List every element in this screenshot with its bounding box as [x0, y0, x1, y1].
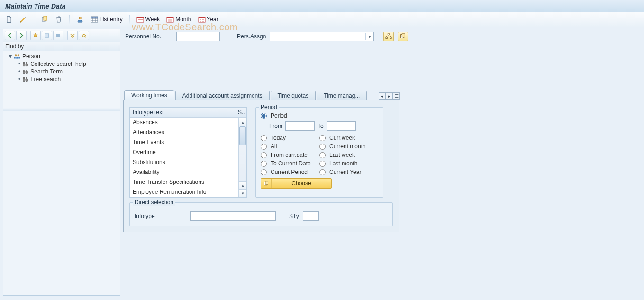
- radio-current-year-label[interactable]: Current Year: [329, 169, 378, 175]
- app-toolbar: List entry Week Month Year: [0, 12, 644, 27]
- svg-rect-34: [388, 34, 390, 35]
- scroll-down-button[interactable]: ▾: [239, 189, 246, 197]
- tree-node-collective-search[interactable]: • Collective search help: [6, 60, 119, 68]
- forward-button[interactable]: [16, 31, 27, 40]
- radio-current-month-label[interactable]: Current month: [329, 143, 378, 150]
- infotype-input[interactable]: [190, 211, 276, 221]
- tab-list-button[interactable]: ☰: [393, 92, 400, 100]
- table-row[interactable]: Overtime: [130, 147, 246, 157]
- radio-all-label[interactable]: All: [271, 143, 319, 150]
- to-input[interactable]: [327, 121, 356, 131]
- radio-today[interactable]: [261, 135, 267, 141]
- radio-last-week-label[interactable]: Last week: [329, 152, 378, 158]
- choose-label: Choose: [272, 180, 331, 187]
- scroll-thumb[interactable]: [239, 126, 246, 145]
- copy-button[interactable]: [39, 14, 50, 25]
- choose-button[interactable]: Choose: [261, 178, 332, 189]
- arrow-left-icon: [7, 33, 13, 38]
- scroll-line-up-button[interactable]: ▴: [239, 181, 246, 189]
- table-row[interactable]: Time Transfer Specifications: [130, 177, 246, 187]
- radio-last-month-label[interactable]: Last month: [329, 160, 378, 167]
- pencil-icon: [19, 16, 27, 23]
- tab-time-quotas[interactable]: Time quotas: [271, 91, 316, 100]
- svg-point-2: [79, 17, 82, 19]
- radio-period[interactable]: [261, 113, 267, 119]
- radio-curr-week[interactable]: [319, 135, 326, 141]
- create-button[interactable]: [3, 14, 15, 25]
- expand-button[interactable]: [67, 31, 78, 40]
- hit-list-pane: [3, 111, 120, 296]
- tree-node-person[interactable]: ▾ Person: [6, 53, 119, 60]
- scroll-up-button[interactable]: ▴: [239, 118, 246, 126]
- radio-from-curr-date[interactable]: [261, 152, 267, 158]
- radio-current-month[interactable]: [319, 144, 326, 150]
- year-button[interactable]: Year: [196, 14, 220, 25]
- copy-small-icon: [399, 33, 406, 40]
- tab-working-times[interactable]: Working times: [124, 90, 174, 100]
- month-button[interactable]: Month: [164, 14, 193, 25]
- table-row[interactable]: Attendances: [130, 127, 246, 137]
- radio-to-current-date[interactable]: [261, 161, 267, 167]
- pers-assgn-select[interactable]: [270, 32, 374, 41]
- delete-button[interactable]: [53, 14, 64, 25]
- change-button[interactable]: [18, 14, 29, 25]
- table-row[interactable]: Employee Remuneration Info: [130, 187, 246, 197]
- radio-all[interactable]: [261, 144, 267, 150]
- direct-selection-title: Direct selection: [133, 199, 175, 206]
- list-entry-button[interactable]: List entry: [89, 14, 125, 25]
- list-icon: [55, 33, 61, 38]
- week-button[interactable]: Week: [135, 14, 162, 25]
- tree-node-free-search[interactable]: • Free search: [6, 75, 119, 83]
- table-row[interactable]: Substitutions: [130, 157, 246, 167]
- svg-rect-9: [167, 17, 173, 18]
- nav-icon-3[interactable]: [53, 31, 63, 40]
- infotype-table: Infotype text S.. Absences Attendances T…: [129, 107, 247, 198]
- table-row[interactable]: Time Events: [130, 137, 246, 147]
- month-label: Month: [175, 16, 191, 23]
- tab-time-manag[interactable]: Time manag...: [317, 91, 367, 100]
- binoculars-icon: [22, 76, 28, 82]
- display-assignment-button[interactable]: [398, 32, 408, 41]
- svg-rect-32: [24, 77, 25, 78]
- radio-curr-week-label[interactable]: Curr.week: [329, 135, 378, 141]
- sty-input[interactable]: [303, 211, 319, 221]
- radio-last-week[interactable]: [319, 152, 326, 158]
- radio-current-period-label[interactable]: Current Period: [271, 169, 319, 175]
- radio-current-year[interactable]: [319, 169, 326, 175]
- nav-icon-1[interactable]: [30, 31, 41, 40]
- year-label: Year: [207, 16, 218, 23]
- hierarchy-icon: [385, 33, 392, 40]
- nav-icon-2[interactable]: [42, 31, 52, 40]
- caret-down-icon: ▾: [9, 53, 12, 60]
- personnel-no-input[interactable]: [176, 32, 220, 41]
- tab-additional-account[interactable]: Additional account assignments: [175, 91, 270, 100]
- week-label: Week: [145, 16, 160, 23]
- back-button[interactable]: [5, 31, 15, 40]
- svg-rect-14: [200, 21, 201, 22]
- overview-button[interactable]: [74, 14, 86, 25]
- tab-scroll-right-button[interactable]: ▸: [386, 92, 393, 100]
- collapse-button[interactable]: [79, 31, 89, 40]
- tab-strip: Working times Additional account assignm…: [124, 90, 400, 100]
- from-label: From: [269, 123, 282, 129]
- scrollbar[interactable]: ▴ ▴ ▾: [238, 118, 246, 197]
- table-row[interactable]: Absences: [130, 118, 246, 127]
- tab-scroll-left-button[interactable]: ◂: [379, 92, 386, 100]
- svg-rect-6: [137, 17, 144, 18]
- from-input[interactable]: [285, 121, 315, 131]
- col-status[interactable]: S..: [235, 108, 246, 118]
- radio-to-current-date-label[interactable]: To Current Date: [271, 160, 319, 167]
- star-icon: [33, 33, 38, 38]
- org-assignment-button[interactable]: [383, 32, 394, 41]
- svg-rect-7: [138, 19, 143, 20]
- infotype-rows: Absences Attendances Time Events Overtim…: [130, 118, 246, 197]
- arrow-right-icon: [18, 33, 24, 38]
- radio-last-month[interactable]: [319, 161, 326, 167]
- tree-node-search-term[interactable]: • Search Term: [6, 68, 119, 75]
- radio-from-curr-date-label[interactable]: From curr.date: [271, 152, 319, 158]
- table-row[interactable]: Availability: [130, 167, 246, 177]
- radio-period-label[interactable]: Period: [271, 112, 378, 119]
- radio-today-label[interactable]: Today: [271, 135, 319, 141]
- col-infotype-text[interactable]: Infotype text: [130, 108, 235, 118]
- radio-current-period[interactable]: [261, 169, 267, 175]
